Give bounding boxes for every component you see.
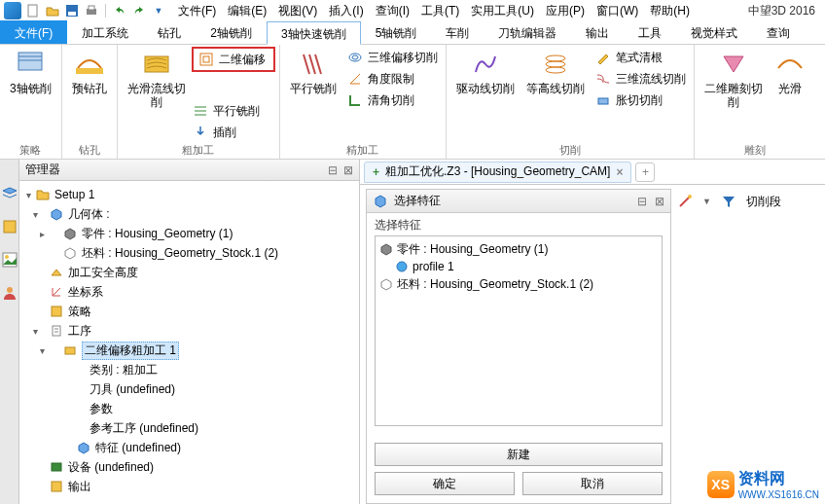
btn-3d-flow[interactable]: 三维流线切削 [591, 68, 690, 90]
tab-file[interactable]: 文件(F) [0, 20, 67, 44]
dock-box-icon[interactable] [1, 218, 18, 235]
menu-edit[interactable]: 编辑(E) [222, 0, 272, 21]
btn-drive-curve[interactable]: 驱动线切削 [450, 47, 520, 97]
tree-feature[interactable]: 特征 (undefined) [21, 438, 357, 457]
tab-5axis[interactable]: 5轴铣削 [361, 20, 432, 44]
panel-minimize-icon[interactable]: ⊟ [328, 163, 338, 177]
menu-tools[interactable]: 工具(T) [415, 0, 465, 21]
btn-predrill[interactable]: 预钻孔 [66, 47, 113, 97]
menu-file[interactable]: 文件(F) [172, 0, 222, 21]
wand-icon[interactable] [677, 194, 693, 209]
svg-point-20 [546, 55, 565, 61]
menu-view[interactable]: 视图(V) [272, 0, 323, 21]
btn-pencil[interactable]: 笔式清根 [591, 47, 690, 68]
dialog-icon [373, 194, 388, 209]
open-icon[interactable] [45, 3, 60, 18]
btn-rest-cut[interactable]: 胀切切削 [591, 90, 690, 111]
feature-list[interactable]: 零件 : Housing_Geometry (1) profile 1 坯料 :… [375, 235, 663, 426]
tree-output[interactable]: 输出 [21, 477, 357, 496]
btn-parallel-finish[interactable]: 平行铣削 [284, 47, 342, 97]
group-label: 雕刻 [699, 143, 811, 159]
tab-3axis-quick[interactable]: 3轴快速铣削 [267, 21, 361, 45]
menu-insert[interactable]: 插入(I) [323, 0, 369, 21]
contour-icon [540, 49, 571, 80]
ribbon-group-cutting: 驱动线切削 等高线切削 笔式清根 三维流线切削 胀切切削 [447, 45, 695, 159]
btn-3d-offset[interactable]: 三维偏移切削 [342, 47, 442, 68]
stock-icon [62, 245, 78, 261]
tree-safe-height[interactable]: 加工安全高度 [21, 263, 357, 282]
tree-stock[interactable]: 坯料 : Housing_Geometry_Stock.1 (2) [21, 243, 357, 263]
redo-icon[interactable] [131, 3, 147, 18]
filter-icon[interactable] [721, 194, 736, 209]
right-area: + 粗加工优化.Z3 - [Housing_Geometry_CAM] × + … [360, 160, 825, 504]
svg-line-15 [304, 54, 309, 74]
new-button[interactable]: 新建 [375, 443, 663, 466]
btn-parallel-mill[interactable]: 平行铣削 [188, 100, 264, 122]
btn-2d-offset[interactable]: 二维偏移 [194, 49, 269, 70]
menu-utility[interactable]: 实用工具(U) [465, 0, 540, 21]
btn-2d-engrave[interactable]: 二维雕刻切削 [699, 47, 769, 111]
tree-setup[interactable]: ▾Setup 1 [21, 185, 357, 204]
btn-smooth-flow[interactable]: 光滑流线切削 [122, 47, 192, 111]
menu-help[interactable]: 帮助(H) [644, 0, 696, 21]
tab-output[interactable]: 输出 [571, 20, 624, 44]
new-icon[interactable] [25, 3, 41, 18]
btn-plunge[interactable]: 插削 [188, 122, 264, 143]
feature-part[interactable]: 零件 : Housing_Geometry (1) [379, 240, 658, 258]
feature-profile[interactable]: profile 1 [379, 258, 658, 275]
add-tab-button[interactable]: + [635, 162, 655, 182]
save-icon[interactable] [64, 3, 80, 18]
tree-ref-op[interactable]: 参考工序 (undefined) [21, 418, 357, 438]
tree-params[interactable]: 参数 [21, 399, 357, 418]
tab-query-ribbon[interactable]: 查询 [752, 20, 805, 44]
menu-query[interactable]: 查询(I) [370, 0, 415, 21]
dock-image-icon[interactable] [1, 251, 18, 269]
btn-label: 平行铣削 [290, 82, 337, 95]
tab-tools-ribbon[interactable]: 工具 [624, 20, 676, 44]
btn-smooth[interactable]: 光滑 [769, 47, 811, 97]
btn-label: 角度限制 [368, 71, 414, 88]
tab-toolpath-editor[interactable]: 刀轨编辑器 [484, 20, 571, 44]
tree-strategy[interactable]: 策略 [21, 302, 357, 321]
menu-app[interactable]: 应用(P) [540, 0, 591, 21]
print-icon[interactable] [84, 3, 99, 18]
close-tab-icon[interactable]: × [616, 165, 623, 179]
dialog-close-icon[interactable]: ⊠ [655, 195, 664, 208]
btn-corner-clear[interactable]: 清角切削 [342, 90, 442, 111]
dock-layers-icon[interactable] [1, 185, 18, 202]
output-icon [49, 479, 64, 494]
dialog-minimize-icon[interactable]: ⊟ [637, 195, 647, 208]
menu-window[interactable]: 窗口(W) [591, 0, 644, 21]
tab-visual-style[interactable]: 视觉样式 [676, 20, 752, 44]
feature-label: 坯料 : Housing_Geometry_Stock.1 (2) [397, 276, 593, 293]
btn-angle-limit[interactable]: 角度限制 [342, 68, 442, 90]
tree-geometry[interactable]: ▾几何体 : [21, 204, 357, 224]
tab-machining-system[interactable]: 加工系统 [67, 20, 143, 44]
tree-part[interactable]: ▸零件 : Housing_Geometry (1) [21, 224, 357, 243]
tab-2axis[interactable]: 2轴铣削 [196, 20, 267, 44]
dropdown-icon[interactable]: ▼ [702, 197, 711, 206]
tree-op-2d-offset[interactable]: ▾二维偏移粗加工 1 [21, 341, 357, 360]
feature-label: profile 1 [412, 260, 454, 273]
tree-operations[interactable]: ▾工序 [21, 321, 357, 341]
ok-button[interactable]: 确定 [375, 472, 515, 495]
btn-contour[interactable]: 等高线切削 [520, 47, 591, 97]
qat-dropdown-icon[interactable]: ▼ [151, 3, 166, 18]
tab-drilling[interactable]: 钻孔 [143, 20, 196, 44]
undo-icon[interactable] [112, 3, 127, 18]
tree-csys[interactable]: 坐标系 [21, 282, 357, 302]
tree-category[interactable]: 类别 : 粗加工 [21, 360, 357, 379]
tree-device[interactable]: 设备 (undefined) [21, 457, 357, 477]
cancel-button[interactable]: 取消 [522, 472, 663, 495]
panel-close-icon[interactable]: ⊠ [343, 163, 353, 177]
document-tab[interactable]: + 粗加工优化.Z3 - [Housing_Geometry_CAM] × [364, 162, 631, 183]
tree-tool[interactable]: 刀具 (undefined) [21, 379, 357, 399]
btn-label: 3轴铣削 [10, 82, 52, 95]
feature-stock[interactable]: 坯料 : Housing_Geometry_Stock.1 (2) [379, 275, 658, 293]
tab-turning[interactable]: 车削 [431, 20, 484, 44]
work-area: 选择特征 ⊟ ⊠ 选择特征 零件 : Housing_Geometry (1) … [360, 185, 825, 504]
btn-label: 三维流线切削 [616, 71, 686, 88]
svg-point-22 [546, 67, 565, 73]
btn-3axis-mill[interactable]: 3轴铣削 [4, 47, 57, 97]
dock-user-icon[interactable] [1, 284, 18, 302]
